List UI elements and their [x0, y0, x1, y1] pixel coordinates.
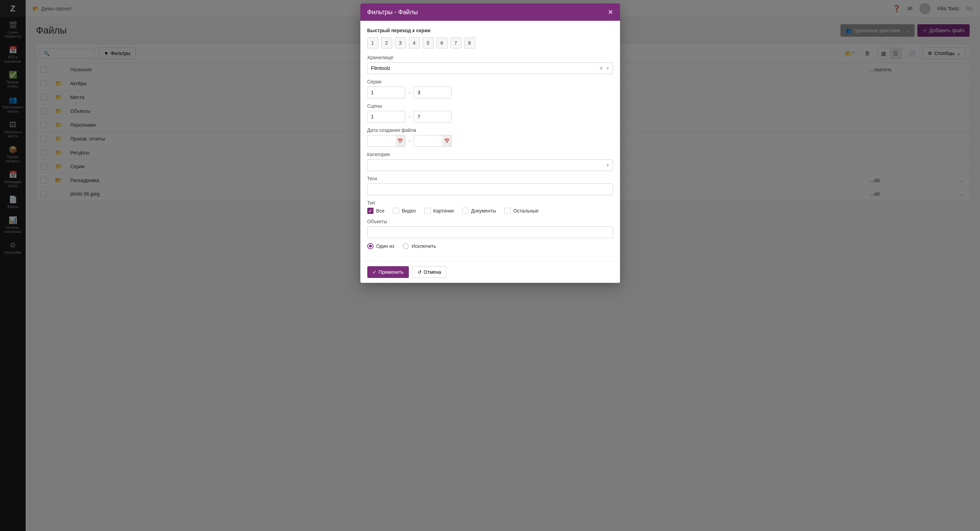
range-separator: - [409, 138, 410, 144]
check-icon: ✓ [372, 269, 377, 275]
series-jump-7[interactable]: 7 [450, 37, 461, 48]
radio-label: Один из [376, 243, 394, 249]
quick-jump-label: Быстрый переход к серии [367, 28, 613, 33]
category-select[interactable] [367, 159, 613, 171]
type-checkbox-all[interactable]: ✓Все [367, 208, 385, 214]
checkbox-icon: ✓ [367, 208, 374, 214]
type-label: Тип [367, 200, 613, 206]
scenes-from-input[interactable] [367, 111, 406, 122]
series-jump-3[interactable]: 3 [395, 37, 406, 48]
apply-button[interactable]: ✓ Применить [367, 266, 409, 278]
radio-icon [402, 243, 409, 249]
calendar-icon[interactable]: 📅 [442, 135, 452, 147]
chevron-down-icon[interactable]: ▼ [606, 164, 609, 167]
series-jump-6[interactable]: 6 [436, 37, 448, 48]
series-from-input[interactable] [367, 87, 406, 98]
modal-header: Фильтры - Файлы ✕ [360, 3, 620, 21]
tags-label: Теги [367, 176, 613, 181]
checkbox-icon [462, 208, 468, 214]
created-label: Дата создания файла [367, 127, 613, 133]
clear-icon[interactable]: ✕ [599, 65, 603, 71]
scenes-label: Сцены [367, 103, 613, 109]
checkbox-label: Видео [402, 208, 416, 213]
checkbox-icon [504, 208, 511, 214]
checkbox-label: Все [376, 208, 385, 213]
checkbox-icon [425, 208, 431, 214]
cancel-button[interactable]: ↺ Отмена [412, 266, 446, 278]
storage-select[interactable] [367, 62, 613, 74]
type-checkbox-docs[interactable]: Документы [462, 208, 496, 214]
cancel-label: Отмена [424, 269, 441, 275]
apply-label: Применить [379, 269, 404, 275]
series-jump-8[interactable]: 8 [464, 37, 475, 48]
type-checkbox-other[interactable]: Остальные [504, 208, 539, 214]
radio-label: Исключить [412, 243, 436, 249]
close-icon[interactable]: ✕ [608, 8, 613, 16]
mode-radio-exclude[interactable]: Исключить [402, 243, 436, 249]
radio-icon [367, 243, 374, 249]
series-jump-1[interactable]: 1 [367, 37, 379, 48]
checkbox-label: Остальные [513, 208, 539, 213]
modal-overlay[interactable]: Фильтры - Файлы ✕ Быстрый переход к сери… [0, 0, 980, 531]
modal-title: Фильтры - Файлы [367, 9, 418, 16]
type-checkbox-video[interactable]: Видео [393, 208, 416, 214]
checkbox-label: Картинки [433, 208, 454, 213]
chevron-down-icon[interactable]: ▼ [606, 67, 609, 70]
mode-radio-oneof[interactable]: Один из [367, 243, 394, 249]
series-jump-4[interactable]: 4 [409, 37, 420, 48]
scenes-to-input[interactable] [414, 111, 452, 122]
objects-label: Объекты [367, 219, 613, 224]
checkbox-icon [393, 208, 399, 214]
objects-input[interactable] [367, 226, 613, 238]
range-separator: - [409, 114, 410, 119]
range-separator: - [409, 90, 410, 95]
storage-label: Хранилище [367, 55, 613, 60]
series-jump-5[interactable]: 5 [423, 37, 434, 48]
filters-modal: Фильтры - Файлы ✕ Быстрый переход к сери… [360, 3, 620, 283]
type-checkbox-images[interactable]: Картинки [425, 208, 454, 214]
calendar-icon[interactable]: 📅 [396, 135, 406, 147]
undo-icon: ↺ [417, 269, 422, 275]
tags-input[interactable] [367, 183, 613, 195]
series-to-input[interactable] [414, 87, 452, 98]
series-label: Серии [367, 79, 613, 84]
category-label: Категория [367, 152, 613, 157]
checkbox-label: Документы [471, 208, 496, 213]
series-jump-2[interactable]: 2 [381, 37, 392, 48]
